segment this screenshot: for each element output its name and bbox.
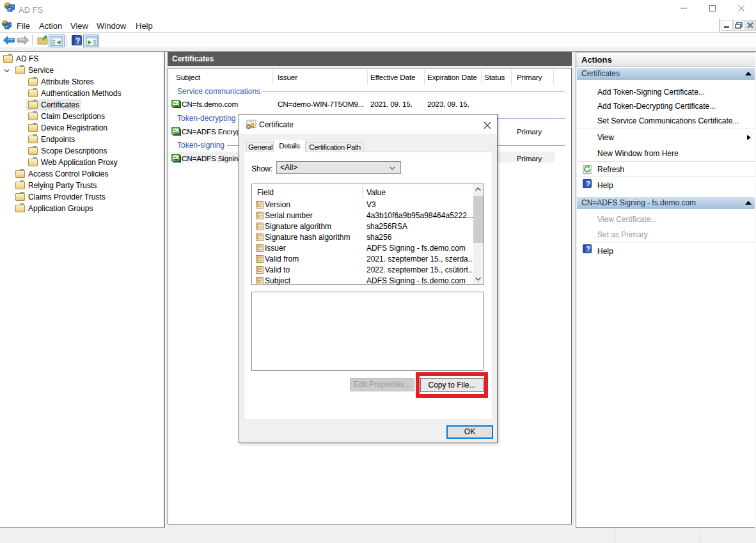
svg-text:?: ? — [586, 245, 590, 253]
svg-text:?: ? — [75, 36, 80, 45]
svg-text:?: ? — [586, 180, 590, 187]
